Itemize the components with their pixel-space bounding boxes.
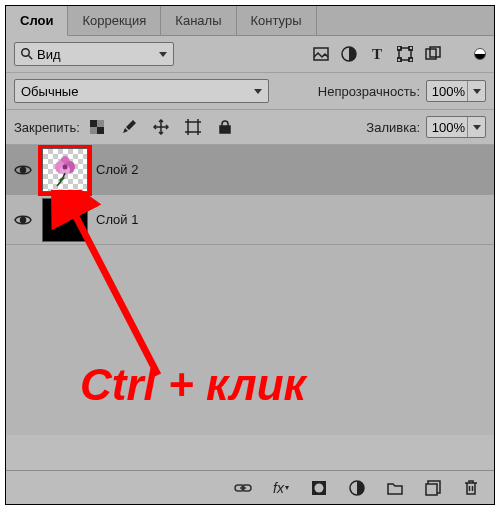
- lock-brush-icon[interactable]: [118, 116, 140, 138]
- svg-rect-17: [97, 120, 104, 127]
- group-icon[interactable]: [384, 477, 406, 499]
- layer-thumbnail[interactable]: [42, 148, 88, 192]
- tab-adjustments[interactable]: Коррекция: [68, 6, 161, 35]
- svg-point-40: [315, 483, 324, 492]
- fx-icon[interactable]: fx▾: [270, 477, 292, 499]
- layer-row[interactable]: Слой 2: [6, 145, 494, 195]
- svg-point-31: [21, 167, 26, 172]
- svg-rect-30: [220, 126, 230, 133]
- opacity-input[interactable]: [427, 84, 467, 99]
- filter-adjust-icon[interactable]: [338, 43, 360, 65]
- eye-icon: [14, 164, 32, 176]
- lock-move-icon[interactable]: [150, 116, 172, 138]
- opacity-arrow-icon[interactable]: [467, 81, 485, 101]
- new-layer-icon[interactable]: [422, 477, 444, 499]
- screenshot-root: Слои Коррекция Каналы Контуры Вид T Обыч…: [0, 0, 500, 510]
- filter-type-icon[interactable]: T: [366, 43, 388, 65]
- flower-thumbnail-icon: [48, 153, 82, 187]
- filter-row: Вид T: [6, 36, 494, 73]
- tab-layers[interactable]: Слои: [6, 6, 68, 36]
- opacity-field[interactable]: [426, 80, 486, 102]
- search-icon: [21, 48, 33, 60]
- link-layers-icon[interactable]: [232, 477, 254, 499]
- filter-image-icon[interactable]: [310, 43, 332, 65]
- adjustment-layer-icon[interactable]: [346, 477, 368, 499]
- lock-artboard-icon[interactable]: [182, 116, 204, 138]
- layer-name[interactable]: Слой 2: [96, 162, 138, 177]
- svg-rect-42: [426, 484, 437, 495]
- svg-rect-18: [90, 127, 97, 134]
- svg-rect-15: [90, 120, 97, 127]
- svg-rect-21: [188, 122, 198, 132]
- kind-dropdown[interactable]: Вид: [14, 42, 174, 66]
- color-swatch[interactable]: [474, 48, 486, 60]
- eye-icon: [14, 214, 32, 226]
- visibility-toggle[interactable]: [12, 164, 34, 176]
- mask-icon[interactable]: [308, 477, 330, 499]
- lock-label: Закрепить:: [14, 120, 80, 135]
- panel-footer: fx▾: [6, 470, 494, 504]
- panel-tabs: Слои Коррекция Каналы Контуры: [6, 6, 494, 36]
- svg-point-0: [22, 49, 30, 57]
- fill-input[interactable]: [427, 120, 467, 135]
- svg-line-1: [29, 56, 33, 60]
- filter-shape-icon[interactable]: [394, 43, 416, 65]
- fill-field[interactable]: [426, 116, 486, 138]
- kind-label: Вид: [37, 47, 61, 62]
- trash-icon[interactable]: [460, 477, 482, 499]
- svg-rect-16: [97, 127, 104, 134]
- blend-row: Обычные Непрозрачность:: [6, 73, 494, 110]
- blend-mode-dropdown[interactable]: Обычные: [14, 79, 269, 103]
- lock-row: Закрепить: Заливка:: [6, 110, 494, 145]
- opacity-label: Непрозрачность:: [318, 84, 420, 99]
- layers-panel: Слои Коррекция Каналы Контуры Вид T Обыч…: [5, 5, 495, 505]
- layer-name[interactable]: Слой 1: [96, 212, 138, 227]
- fill-arrow-icon[interactable]: [467, 117, 485, 137]
- layers-list: Слой 2 Слой 1: [6, 145, 494, 435]
- svg-point-38: [21, 217, 26, 222]
- filter-smart-icon[interactable]: [422, 43, 444, 65]
- tab-paths[interactable]: Контуры: [237, 6, 317, 35]
- visibility-toggle[interactable]: [12, 214, 34, 226]
- svg-point-36: [63, 164, 68, 169]
- fill-label: Заливка:: [366, 120, 420, 135]
- lock-all-icon[interactable]: [214, 116, 236, 138]
- layer-row[interactable]: Слой 1: [6, 195, 494, 245]
- blend-mode-value: Обычные: [21, 84, 78, 99]
- tab-channels[interactable]: Каналы: [161, 6, 236, 35]
- lock-icons: [86, 116, 236, 138]
- lock-pixels-icon[interactable]: [86, 116, 108, 138]
- layer-thumbnail[interactable]: [42, 198, 88, 242]
